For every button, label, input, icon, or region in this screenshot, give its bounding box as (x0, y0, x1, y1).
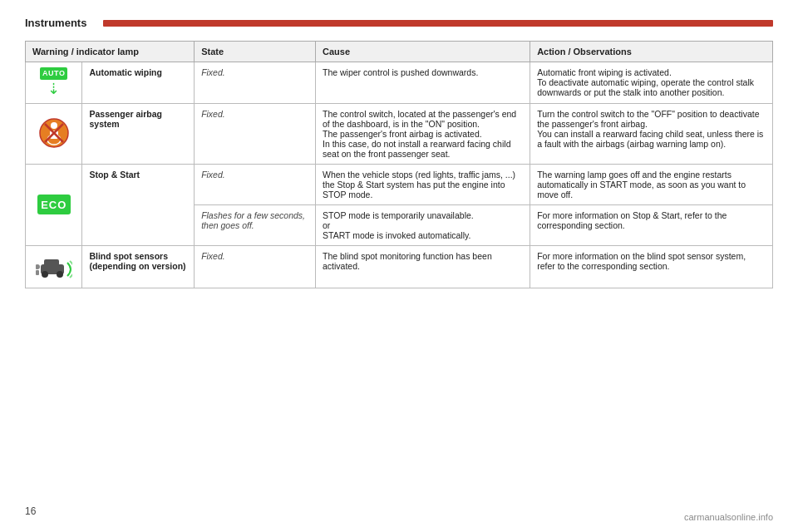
svg-rect-11 (36, 270, 39, 275)
state-cell-eco-1: Fixed. (195, 164, 316, 204)
blind-spot-icon (36, 251, 72, 281)
svg-point-9 (57, 271, 63, 278)
eco-icon: ECO (37, 195, 71, 214)
state-cell-auto: Fixed. (195, 62, 316, 104)
table-row: Blind spot sensors (depending on version… (26, 245, 773, 288)
cause-cell-blind: The blind spot monitoring function has b… (316, 245, 530, 288)
page-header: Instruments (25, 17, 773, 29)
action-cell-eco-1: The warning lamp goes off and the engine… (530, 164, 773, 204)
cause-cell-eco-2: STOP mode is temporarily unavailable. or… (316, 204, 530, 245)
state-cell-eco-2: Flashes for a few seconds, then goes off… (195, 204, 316, 245)
auto-arrow-icon: ⇣ (32, 80, 75, 98)
label-cell-airbag: Passenger airbag system (82, 103, 195, 164)
svg-rect-7 (44, 259, 59, 266)
col-header-cause: Cause (316, 42, 530, 62)
state-cell-airbag: Fixed. (195, 103, 316, 164)
svg-point-10 (36, 264, 40, 269)
icon-cell-blind (26, 245, 82, 288)
header-bar (103, 20, 773, 27)
label-cell-auto: Automatic wiping (82, 62, 195, 104)
airbag-icon (38, 117, 70, 149)
state-cell-blind: Fixed. (195, 245, 316, 288)
table-row: Passenger airbag system Fixed. The contr… (26, 103, 773, 164)
icon-cell-airbag (26, 103, 82, 164)
action-cell-blind: For more information on the blind spot s… (530, 245, 773, 288)
cause-cell-auto: The wiper control is pushed downwards. (316, 62, 530, 104)
action-cell-eco-2: For more information on Stop & Start, re… (530, 204, 773, 245)
auto-icon: AUTO (40, 67, 67, 80)
col-header-state: State (195, 42, 316, 62)
table-row: AUTO ⇣ Automatic wiping Fixed. The wiper… (26, 62, 773, 104)
col-header-action: Action / Observations (530, 42, 773, 62)
svg-point-1 (51, 122, 57, 129)
page-title: Instruments (25, 17, 86, 29)
action-cell-auto: Automatic front wiping is activated. To … (530, 62, 773, 104)
icon-cell-eco: ECO (26, 164, 82, 245)
action-cell-airbag: Turn the control switch to the "OFF" pos… (530, 103, 773, 164)
cause-cell-eco-1: When the vehicle stops (red lights, traf… (316, 164, 530, 204)
svg-point-8 (42, 271, 48, 278)
label-cell-eco: Stop & Start (82, 164, 195, 245)
cause-cell-airbag: The control switch, located at the passe… (316, 103, 530, 164)
label-cell-blind: Blind spot sensors (depending on version… (82, 245, 195, 288)
col-header-warning: Warning / indicator lamp (26, 42, 195, 62)
instruments-table: Warning / indicator lamp State Cause Act… (25, 41, 773, 288)
icon-cell-auto: AUTO ⇣ (26, 62, 82, 104)
table-row: ECO Stop & Start Fixed. When the vehicle… (26, 164, 773, 204)
